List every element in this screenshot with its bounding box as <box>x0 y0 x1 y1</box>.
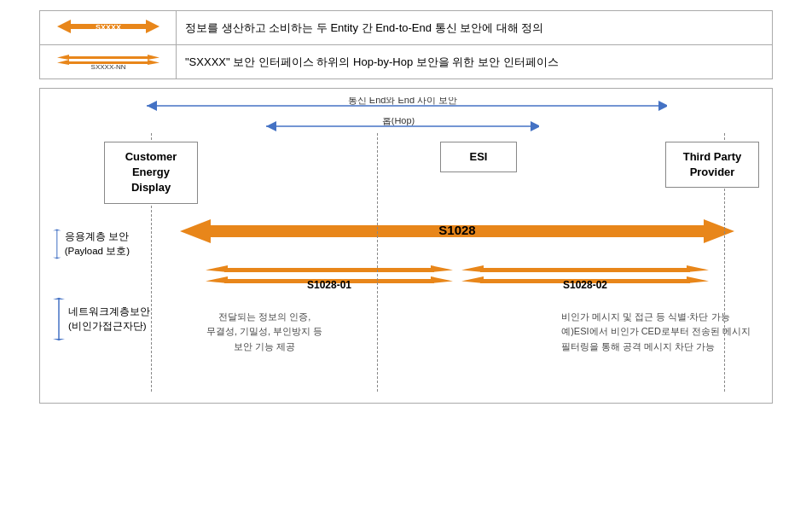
svg-marker-26 <box>180 219 211 243</box>
tpp-node: Third PartyProvider <box>665 142 759 188</box>
svg-text:S1028-02: S1028-02 <box>563 279 607 291</box>
tpp-label: Third PartyProvider <box>683 150 742 178</box>
svg-marker-8 <box>148 55 160 60</box>
svg-marker-1 <box>57 20 71 33</box>
svg-text:SXXXX-NN: SXXXX-NN <box>90 63 125 71</box>
svg-marker-24 <box>53 339 65 340</box>
svg-marker-9 <box>148 60 160 65</box>
ced-label: CustomerEnergyDisplay <box>125 150 177 194</box>
legend-row-1: SXXXX 정보를 생산하고 소비하는 두 Entity 간 End-to-En… <box>40 11 773 45</box>
svg-text:S1028-01: S1028-01 <box>307 279 351 291</box>
legend-arrow-2: SXXXX-NN <box>40 45 177 79</box>
svg-marker-2 <box>146 20 160 33</box>
svg-marker-33 <box>431 265 453 272</box>
legend-table: SXXXX 정보를 생산하고 소비하는 두 Entity 간 End-to-En… <box>39 10 773 79</box>
svg-marker-23 <box>53 298 65 299</box>
svg-marker-31 <box>206 265 228 272</box>
side-label-1: 응용계층 보안 (Payload 보호) <box>65 230 155 257</box>
legend-row-2: SXXXX-NN "SXXXX" 보안 인터페이스 하위의 Hop-by-Hop… <box>40 45 773 79</box>
svg-marker-7 <box>57 60 69 65</box>
legend-desc-2: "SXXXX" 보안 인터페이스 하위의 Hop-by-Hop 보안을 위한 보… <box>177 45 773 79</box>
svg-rect-4 <box>67 56 149 59</box>
esi-node: ESI <box>440 142 517 172</box>
svg-marker-20 <box>53 229 61 230</box>
svg-marker-34 <box>431 276 453 283</box>
svg-rect-29 <box>224 268 434 272</box>
page-wrapper: SXXXX 정보를 생산하고 소비하는 두 Entity 간 End-to-En… <box>0 0 812 414</box>
svg-marker-27 <box>704 219 734 243</box>
side-label-2: 네트워크계층보안(비인가접근자단) <box>68 305 150 332</box>
diagram-box: 통신 End와 End 사이 보안 홉(Hop) <box>39 88 773 404</box>
svg-text:통신 End와 End 사이 보안: 통신 End와 End 사이 보안 <box>348 97 457 105</box>
esi-label: ESI <box>470 150 488 163</box>
svg-text:홉(Hop): 홉(Hop) <box>382 118 415 125</box>
annotation-left: 전달되는 정보의 인증,무결성, 기밀성, 부인방지 등보안 기능 제공 <box>206 310 322 355</box>
svg-rect-36 <box>480 268 690 272</box>
svg-marker-40 <box>687 265 709 272</box>
ced-node: CustomerEnergyDisplay <box>104 142 198 204</box>
svg-marker-38 <box>461 265 484 272</box>
svg-marker-32 <box>206 276 228 283</box>
svg-marker-6 <box>57 55 69 60</box>
svg-marker-41 <box>687 276 709 283</box>
svg-text:SXXXX: SXXXX <box>95 23 120 32</box>
svg-marker-21 <box>53 257 61 258</box>
svg-text:S1028: S1028 <box>438 223 475 237</box>
legend-arrow-1: SXXXX <box>40 11 177 45</box>
svg-marker-39 <box>461 276 484 283</box>
annotation-right: 비인가 메시지 및 접근 등 식별·차단 가능예)ESI에서 비인가 CED로부… <box>561 310 751 355</box>
legend-desc-1: 정보를 생산하고 소비하는 두 Entity 간 End-to-End 통신 보… <box>177 11 773 45</box>
